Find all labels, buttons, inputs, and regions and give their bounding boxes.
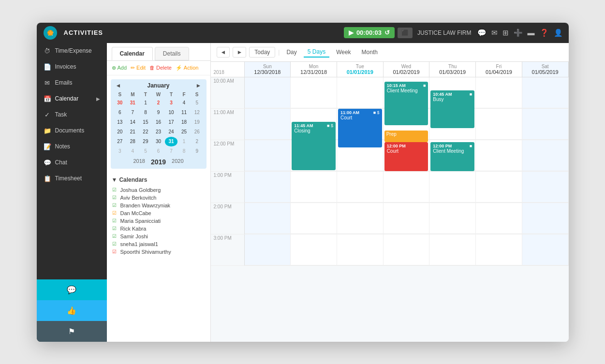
cell-sat-1100[interactable] — [522, 109, 569, 140]
cell-mon-1000[interactable] — [291, 77, 337, 108]
cal-day[interactable]: 28 — [126, 137, 139, 146]
event-closing[interactable]: ■ $ 11:45 AM Closing — [292, 122, 336, 170]
video-icon[interactable]: ▬ — [528, 29, 535, 37]
sidebar-flag-button[interactable]: ⚑ — [37, 321, 107, 342]
mini-cal-next[interactable]: ► — [194, 82, 204, 89]
cell-thu-1300[interactable] — [429, 172, 476, 203]
cell-sun-1200[interactable] — [245, 140, 291, 171]
user-icon[interactable]: 👤 — [554, 29, 563, 37]
cal-day[interactable]: 26 — [191, 127, 204, 137]
event-client-meeting-thu[interactable]: ■ 12:00 PM Client Meeting — [430, 142, 474, 171]
cell-tue-1000[interactable] — [337, 77, 384, 108]
cell-sat-1500[interactable] — [522, 234, 569, 265]
view-month[interactable]: Month — [358, 47, 382, 57]
sidebar-item-emails[interactable]: ✉ Emails — [37, 75, 107, 91]
cell-mon-1400[interactable] — [291, 203, 337, 234]
calendar-person-2[interactable]: ☑ Branden Wawrzyniak — [112, 202, 206, 209]
calendar-person-3[interactable]: ☑ Dan McCabe — [112, 209, 206, 217]
cal-day[interactable]: 9 — [152, 108, 165, 117]
cell-mon-1500[interactable] — [291, 234, 337, 265]
cal-day[interactable]: 1 — [177, 137, 191, 146]
cell-sun-1000[interactable] — [245, 77, 291, 108]
cal-day[interactable]: 16 — [152, 117, 165, 127]
mail-icon[interactable]: ✉ — [491, 29, 498, 37]
cell-sat-1300[interactable] — [522, 172, 569, 203]
cell-fri-1200[interactable] — [476, 140, 522, 171]
cal-day[interactable]: 11 — [177, 108, 191, 117]
cell-wed-1200[interactable]: Prep 12:00 PM Court — [384, 140, 430, 171]
sidebar-item-time-expense[interactable]: ⏱ Time/Expense — [37, 43, 107, 59]
add-icon[interactable]: ➕ — [514, 29, 523, 37]
event-court-tue[interactable]: ■ $ 11:00 AM Court — [338, 109, 382, 147]
cal-day[interactable]: 15 — [139, 117, 152, 127]
cell-sun-1400[interactable] — [245, 203, 291, 234]
event-prep[interactable]: Prep — [384, 131, 428, 142]
cal-day[interactable]: 24 — [165, 127, 178, 137]
cell-tue-1400[interactable] — [337, 203, 384, 234]
calendar-person-7[interactable]: ☑ sneha1 jaiswal1 — [112, 240, 206, 248]
view-day[interactable]: Day — [282, 47, 300, 57]
cell-fri-1000[interactable] — [476, 77, 522, 108]
sidebar-item-documents[interactable]: 📁 Documents — [37, 123, 107, 139]
cal-day[interactable]: 4 — [126, 146, 139, 156]
cal-day[interactable]: 25 — [177, 127, 191, 137]
cal-prev-btn[interactable]: ◄ — [217, 47, 230, 58]
cal-day[interactable]: 8 — [177, 146, 191, 156]
event-busy[interactable]: ■ 10:45 AM Busy — [430, 90, 474, 128]
cell-sat-1400[interactable] — [522, 203, 569, 234]
add-button[interactable]: ⊕ Add — [112, 65, 127, 71]
cal-day[interactable]: 7 — [165, 146, 178, 156]
cal-day[interactable]: 18 — [177, 117, 191, 127]
cal-day[interactable]: 3 — [165, 98, 178, 108]
cell-fri-1500[interactable] — [476, 234, 522, 265]
calendar-person-6[interactable]: ☑ Samir Joshi — [112, 233, 206, 240]
grid-icon[interactable]: ⊞ — [502, 29, 509, 37]
cell-thu-1000[interactable]: ■ 10:45 AM Busy — [429, 77, 476, 108]
calendar-person-8[interactable]: ☑ Spoorthi Shivamurthy — [112, 248, 206, 256]
sidebar-item-calendar[interactable]: 📅 Calendar ▶ — [37, 91, 107, 107]
cell-wed-1000[interactable]: ■ 10:15 AM Client Meeting — [384, 77, 430, 108]
cal-day[interactable]: 6 — [152, 146, 165, 156]
help-icon[interactable]: ❓ — [540, 29, 549, 37]
cell-sat-1000[interactable] — [522, 77, 569, 108]
tab-details[interactable]: Details — [155, 47, 189, 60]
cell-fri-1400[interactable] — [476, 203, 522, 234]
chat-icon[interactable]: 💬 — [477, 29, 487, 37]
cell-tue-1500[interactable] — [337, 234, 384, 265]
cal-day[interactable]: 21 — [126, 127, 139, 137]
sidebar-item-chat[interactable]: 💬 Chat — [37, 155, 107, 171]
delete-button[interactable]: 🗑 Delete — [149, 65, 172, 71]
cal-day[interactable]: 1 — [139, 98, 152, 108]
sidebar-item-task[interactable]: ✓ Task — [37, 107, 107, 123]
cal-day[interactable]: 22 — [139, 127, 152, 137]
cal-day[interactable]: 5 — [139, 146, 152, 156]
cal-day[interactable]: 12 — [191, 108, 204, 117]
sidebar-item-notes[interactable]: 📝 Notes — [37, 139, 107, 155]
cell-mon-1300[interactable] — [291, 172, 337, 203]
cal-day[interactable]: 9 — [191, 146, 204, 156]
cal-day[interactable]: 14 — [126, 117, 139, 127]
cell-tue-1100[interactable]: ■ $ 11:00 AM Court — [337, 109, 384, 140]
cal-day[interactable]: 13 — [114, 117, 127, 127]
stop-button[interactable]: ⬛ — [398, 28, 413, 38]
cell-wed-1400[interactable] — [384, 203, 430, 234]
cell-sun-1300[interactable] — [245, 172, 291, 203]
cal-day[interactable]: 30 — [152, 137, 165, 146]
view-5days[interactable]: 5 Days — [304, 47, 329, 58]
tab-calendar[interactable]: Calendar — [112, 47, 153, 60]
calendar-person-0[interactable]: ☑ Joshua Goldberg — [112, 186, 206, 194]
cal-next-btn[interactable]: ► — [233, 47, 246, 58]
prev-year[interactable]: 2018 — [133, 158, 145, 166]
today-button[interactable]: Today — [249, 47, 275, 58]
calendars-header[interactable]: ▼ Calendars — [112, 176, 206, 183]
cell-mon-1100[interactable]: ■ $ 11:45 AM Closing — [291, 109, 337, 140]
cal-day[interactable]: 23 — [152, 127, 165, 137]
cell-wed-1300[interactable] — [384, 172, 430, 203]
cal-day[interactable]: 2 — [152, 98, 165, 108]
next-year[interactable]: 2020 — [172, 158, 183, 166]
cal-day[interactable]: 5 — [191, 98, 204, 108]
cal-day[interactable]: 19 — [191, 117, 204, 127]
cell-sun-1500[interactable] — [245, 234, 291, 265]
cal-grid-container[interactable]: 2018 Sun 12/30/2018 Mon 12/31/2018 Tue 0… — [211, 62, 569, 342]
cal-day[interactable]: 27 — [114, 137, 127, 146]
